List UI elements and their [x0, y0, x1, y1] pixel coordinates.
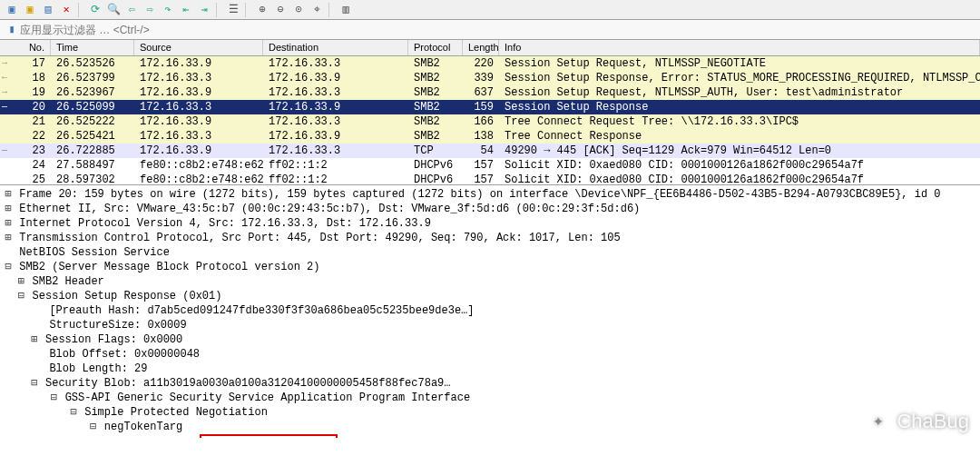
- col-header-length[interactable]: Length: [463, 40, 499, 55]
- main-toolbar: ▣ ▣ ▤ ✕ ⟳ 🔍 ⇦ ⇨ ↷ ⇤ ⇥ ☰ ⊕ ⊖ ⊙ ⌖ ▥: [0, 0, 980, 20]
- tree-session-flags: ⊞ Session Flags: 0x0000: [4, 332, 976, 347]
- wechat-icon: ✦: [866, 409, 891, 434]
- tree-blob-length: Blob Length: 29: [4, 362, 976, 376]
- tree-smb2: ⊟ SMB2 (Server Message Block Protocol ve…: [4, 260, 976, 274]
- packet-row[interactable]: 1726.523526172.16.33.9172.16.33.3SMB2220…: [0, 56, 980, 71]
- collapse-icon[interactable]: ⊟: [49, 391, 58, 405]
- tree-smb2-header: ⊞ SMB2 Header: [4, 274, 976, 289]
- packet-row[interactable]: 1826.523799172.16.33.3172.16.33.9SMB2339…: [0, 71, 980, 85]
- collapse-icon[interactable]: ⊟: [69, 405, 78, 420]
- goto-icon[interactable]: ↷: [160, 2, 176, 18]
- close-icon[interactable]: ✕: [58, 2, 74, 18]
- expand-icon[interactable]: ⊞: [4, 187, 13, 202]
- packet-list-header: No. Time Source Destination Protocol Len…: [0, 40, 980, 56]
- tree-frame: ⊞ Frame 20: 159 bytes on wire (1272 bits…: [4, 187, 976, 202]
- packet-row[interactable]: 1926.523967172.16.33.9172.16.33.3SMB2637…: [0, 85, 980, 100]
- expand-icon[interactable]: ⊞: [16, 274, 25, 289]
- tree-netbios: NetBIOS Session Service: [4, 245, 976, 260]
- packet-list-pane: No. Time Source Destination Protocol Len…: [0, 40, 980, 185]
- packet-row[interactable]: 2528.597302fe80::c8b2:e748:e62…ff02::1:2…: [0, 173, 980, 185]
- display-filter-bar: ▮: [0, 20, 980, 40]
- tree-ethernet: ⊞ Ethernet II, Src: VMware_43:5c:b7 (00:…: [4, 202, 976, 216]
- display-filter-input[interactable]: [20, 22, 976, 38]
- tree-negtokentarg: ⊟ negTokenTarg: [4, 420, 976, 434]
- packet-row[interactable]: 2226.525421172.16.33.3172.16.33.9SMB2138…: [0, 129, 980, 144]
- refresh-icon[interactable]: ⟳: [87, 2, 103, 18]
- tree-spnego: ⊟ Simple Protected Negotiation: [4, 405, 976, 420]
- tree-session-setup: ⊟ Session Setup Response (0x01): [4, 289, 976, 303]
- goto-first-icon[interactable]: ⇤: [178, 2, 194, 18]
- expand-icon[interactable]: ⊞: [4, 216, 13, 231]
- tree-ip: ⊞ Internet Protocol Version 4, Src: 172.…: [4, 216, 976, 231]
- expand-icon[interactable]: ⊞: [4, 231, 13, 245]
- zoom-in-icon[interactable]: ⊕: [254, 2, 270, 18]
- bars-icon[interactable]: ☰: [225, 2, 241, 18]
- disk-icon[interactable]: ▤: [40, 2, 56, 18]
- expand-icon[interactable]: ⊞: [30, 332, 39, 347]
- tree-gssapi: ⊟ GSS-API Generic Security Service Appli…: [4, 391, 976, 405]
- packet-details-pane[interactable]: ⊞ Frame 20: 159 bytes on wire (1272 bits…: [0, 185, 980, 438]
- collapse-icon[interactable]: ⊟: [4, 260, 13, 274]
- zoom-fit-icon[interactable]: ⊙: [290, 2, 307, 18]
- col-header-no[interactable]: No.: [0, 40, 51, 55]
- expand-icon[interactable]: ⊞: [4, 202, 13, 216]
- packet-row[interactable]: 2026.525099172.16.33.3172.16.33.9SMB2159…: [0, 100, 980, 114]
- col-header-source[interactable]: Source: [134, 40, 263, 55]
- packet-row[interactable]: 2326.722885172.16.33.9172.16.33.3TCP5449…: [0, 144, 980, 158]
- col-header-time[interactable]: Time: [51, 40, 134, 55]
- zoom-100-icon[interactable]: ⌖: [309, 2, 325, 18]
- collapse-icon[interactable]: ⊟: [89, 420, 98, 434]
- tree-blob-offset: Blob Offset: 0x00000048: [4, 347, 976, 362]
- collapse-icon[interactable]: ⊟: [16, 289, 25, 303]
- watermark-label: ChaBug: [897, 410, 969, 433]
- collapse-icon[interactable]: ⊟: [30, 376, 39, 391]
- col-header-info[interactable]: Info: [499, 40, 980, 55]
- packet-row[interactable]: 2126.525222172.16.33.9172.16.33.3SMB2166…: [0, 114, 980, 129]
- search-icon[interactable]: 🔍: [105, 2, 122, 18]
- watermark: ✦ ChaBug: [866, 409, 969, 434]
- arrow-right-icon[interactable]: ⇨: [142, 2, 158, 18]
- tree-tcp: ⊞ Transmission Control Protocol, Src Por…: [4, 231, 976, 245]
- tree-preauth: [Preauth Hash: d7ab5ced091247fdbe330f3f3…: [4, 303, 976, 318]
- folder-blue-icon[interactable]: ▣: [4, 2, 20, 18]
- tree-security-blob: ⊟ Security Blob: a11b3019a0030a0100a3120…: [4, 376, 976, 391]
- col-header-protocol[interactable]: Protocol: [408, 40, 463, 55]
- tree-negresult: negResult: accept-completed (0): [4, 434, 976, 438]
- tree-structsize: StructureSize: 0x0009: [4, 318, 976, 332]
- col-header-destination[interactable]: Destination: [263, 40, 408, 55]
- columns-icon[interactable]: ▥: [338, 2, 354, 18]
- zoom-out-icon[interactable]: ⊖: [272, 2, 289, 18]
- goto-last-icon[interactable]: ⇥: [196, 2, 212, 18]
- packet-list-body[interactable]: 1726.523526172.16.33.9172.16.33.3SMB2220…: [0, 56, 980, 185]
- packet-row[interactable]: 2427.588497fe80::c8b2:e748:e62…ff02::1:2…: [0, 158, 980, 173]
- bookmark-icon[interactable]: ▮: [4, 23, 20, 36]
- negresult-value: accept-completed (0): [200, 434, 338, 438]
- arrow-left-icon[interactable]: ⇦: [123, 2, 140, 18]
- folder-yellow-icon[interactable]: ▣: [22, 2, 38, 18]
